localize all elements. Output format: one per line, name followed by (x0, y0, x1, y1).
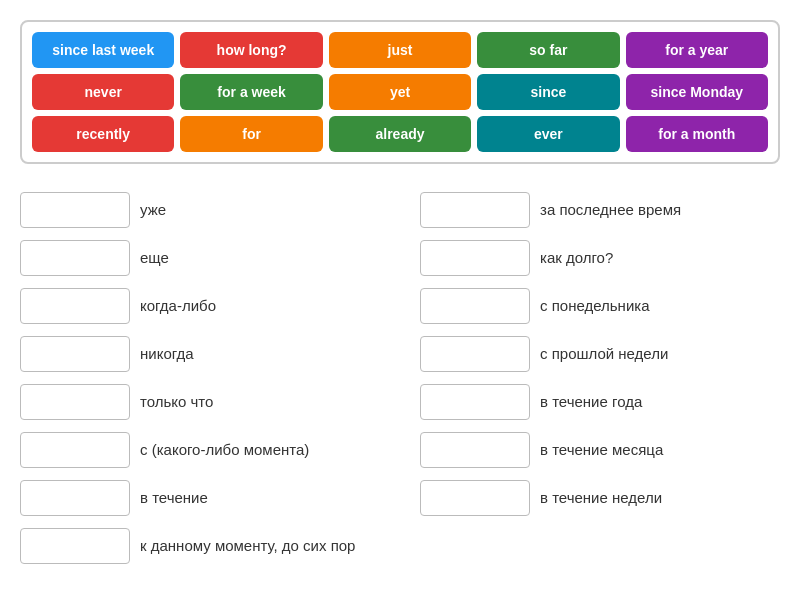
word-chip-since_last_week[interactable]: since last week (32, 32, 174, 68)
match-row-l7: в течение (20, 476, 380, 520)
match-row-r2: как долго? (420, 236, 780, 280)
translation-l2: еще (140, 248, 169, 268)
answer-box-r3[interactable] (420, 288, 530, 324)
translation-l4: никогда (140, 344, 194, 364)
match-row-l5: только что (20, 380, 380, 424)
match-row-r4: с прошлой недели (420, 332, 780, 376)
left-column: ужеещекогда-либоникогдатолько чтос (како… (20, 188, 380, 568)
word-bank: since last weekhow long?justso farfor a … (20, 20, 780, 164)
word-chip-for_a_week[interactable]: for a week (180, 74, 322, 110)
match-row-l3: когда-либо (20, 284, 380, 328)
word-chip-ever[interactable]: ever (477, 116, 619, 152)
answer-box-r6[interactable] (420, 432, 530, 468)
match-area: ужеещекогда-либоникогдатолько чтос (како… (20, 188, 780, 568)
word-chip-just[interactable]: just (329, 32, 471, 68)
answer-box-l6[interactable] (20, 432, 130, 468)
translation-l1: уже (140, 200, 166, 220)
answer-box-r7[interactable] (420, 480, 530, 516)
translation-r5: в течение года (540, 392, 642, 412)
match-row-r1: за последнее время (420, 188, 780, 232)
word-chip-how_long[interactable]: how long? (180, 32, 322, 68)
answer-box-l3[interactable] (20, 288, 130, 324)
word-chip-never[interactable]: never (32, 74, 174, 110)
translation-l3: когда-либо (140, 296, 216, 316)
translation-r6: в течение месяца (540, 440, 663, 460)
word-chip-recently[interactable]: recently (32, 116, 174, 152)
translation-l8: к данному моменту, до сих пор (140, 536, 355, 556)
translation-l6: с (какого-либо момента) (140, 440, 309, 460)
answer-box-l5[interactable] (20, 384, 130, 420)
match-row-l2: еще (20, 236, 380, 280)
answer-box-r2[interactable] (420, 240, 530, 276)
translation-l5: только что (140, 392, 213, 412)
translation-r3: с понедельника (540, 296, 650, 316)
answer-box-l8[interactable] (20, 528, 130, 564)
answer-box-l1[interactable] (20, 192, 130, 228)
translation-r7: в течение недели (540, 488, 662, 508)
answer-box-l7[interactable] (20, 480, 130, 516)
match-row-r6: в течение месяца (420, 428, 780, 472)
translation-l7: в течение (140, 488, 208, 508)
right-column: за последнее времякак долго?с понедельни… (420, 188, 780, 568)
match-row-l1: уже (20, 188, 380, 232)
match-row-l6: с (какого-либо момента) (20, 428, 380, 472)
match-row-l4: никогда (20, 332, 380, 376)
translation-r1: за последнее время (540, 200, 681, 220)
match-row-r5: в течение года (420, 380, 780, 424)
answer-box-l2[interactable] (20, 240, 130, 276)
word-chip-for_a_month[interactable]: for a month (626, 116, 768, 152)
answer-box-r1[interactable] (420, 192, 530, 228)
match-row-r7: в течение недели (420, 476, 780, 520)
match-row-r3: с понедельника (420, 284, 780, 328)
word-chip-for[interactable]: for (180, 116, 322, 152)
translation-r2: как долго? (540, 248, 613, 268)
match-row-l8: к данному моменту, до сих пор (20, 524, 380, 568)
answer-box-r4[interactable] (420, 336, 530, 372)
word-chip-since[interactable]: since (477, 74, 619, 110)
word-chip-so_far[interactable]: so far (477, 32, 619, 68)
word-chip-since_monday[interactable]: since Monday (626, 74, 768, 110)
answer-box-l4[interactable] (20, 336, 130, 372)
word-chip-yet[interactable]: yet (329, 74, 471, 110)
answer-box-r5[interactable] (420, 384, 530, 420)
translation-r4: с прошлой недели (540, 344, 668, 364)
word-chip-for_a_year[interactable]: for a year (626, 32, 768, 68)
word-chip-already[interactable]: already (329, 116, 471, 152)
